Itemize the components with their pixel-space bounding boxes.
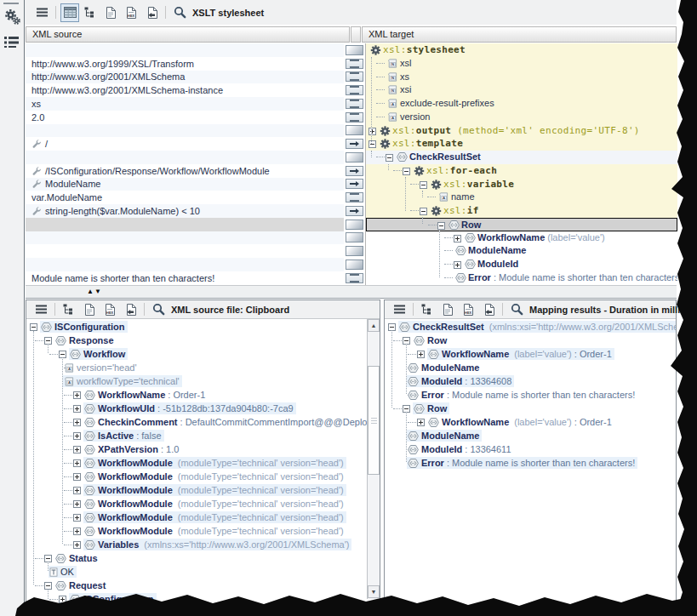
tree-node[interactable]: Aversion='head' [63,362,140,374]
grid-row[interactable]: ModuleName [26,178,344,191]
expand-toggle[interactable] [73,540,81,548]
expand-toggle[interactable] [73,404,81,412]
tree-node-row[interactable]: XPathVersion : 1.0 [26,442,367,456]
search-icon[interactable] [507,300,526,319]
tree-view-icon[interactable] [418,300,437,319]
tree-node-row[interactable]: ModuleName [385,429,676,442]
tree-node-row[interactable]: ModuleName [385,361,676,374]
connector-blocked[interactable] [346,152,363,163]
tree-node-row[interactable]: WorkflowModule(moduleType='technical' ve… [26,470,367,483]
connector-arrow[interactable] [346,179,363,189]
connector-arrow[interactable] [346,139,363,149]
expand-toggle[interactable] [73,431,81,439]
expand-toggle[interactable] [454,234,461,242]
tree-node[interactable]: WorkflowName(label='value') : Order-1 [427,416,614,428]
tree-node[interactable]: IsActive : false [83,430,164,442]
tree-node-row[interactable]: WorkflowName : Order-1 [26,388,367,402]
expand-toggle[interactable] [73,527,81,534]
tree-node[interactable]: Workflow [69,348,128,360]
tree-node-row[interactable]: WorkflowModule(moduleType='technical' ve… [26,497,367,510]
tree-node[interactable]: Response [54,334,117,346]
tree-node[interactable]: OK [49,566,77,578]
tree-node[interactable]: Error : Module name is shorter than ten … [407,389,637,401]
collapse-toggle[interactable] [420,207,427,214]
grid-row[interactable]: http://www.w3.org/2001/XMLSchema [26,71,344,84]
xml-target-header[interactable]: XML target [362,26,677,43]
collapse-toggle[interactable] [44,581,52,589]
tree-node[interactable]: Error : Module name is shorter than ten … [407,457,637,469]
horizontal-splitter[interactable]: ▲▼ [26,285,677,299]
expand-toggle[interactable] [417,350,425,357]
tree-node[interactable]: ModuleName [407,430,482,442]
hex-view-icon[interactable]: HEX [122,3,140,22]
grid-row[interactable] [26,218,344,231]
expand-toggle[interactable] [73,418,81,425]
tree-node[interactable]: Row [413,334,449,346]
hex-view-icon[interactable]: HEX [459,300,477,319]
splitter-collapse-buttons[interactable]: ▲▼ [87,288,102,295]
menu-icon[interactable] [31,300,50,319]
expand-toggle[interactable] [73,391,81,398]
import-document-icon[interactable] [121,300,140,319]
tree-node[interactable]: WorkflowUId : -51b128db:137da904b80:-7ca… [83,402,296,414]
tree-node-row[interactable]: ISConfiguration [26,320,367,334]
tree-node-row[interactable]: Aversion='head' [26,361,367,374]
collapse-toggle[interactable] [59,350,66,357]
target-tree-row[interactable]: xsl:for-each [366,164,677,178]
grid-view-icon[interactable] [60,3,79,22]
target-tree-row[interactable]: ModuleName [366,244,677,258]
target-tree-row[interactable]: xsl:variable [366,178,677,191]
grid-row[interactable]: Module name is shorter than ten characte… [26,271,344,285]
grid-row[interactable]: var.ModuleName [26,191,344,204]
tree-node-row[interactable]: AworkflowType='technical' [26,374,367,388]
tree-node[interactable]: Row [413,402,449,414]
connector-blocked[interactable] [346,232,363,242]
source-tree-scrollbar[interactable]: ▲ ▼ [367,319,380,599]
scrollbar-thumb[interactable] [368,366,380,475]
tree-node[interactable]: XPathVersion : 1.0 [83,443,181,455]
connector-equals[interactable] [346,59,363,69]
target-tree-row[interactable]: ModuleId [366,258,677,271]
tree-node-row[interactable]: WorkflowModule(moduleType='technical' ve… [26,524,367,538]
collapse-toggle[interactable] [44,336,52,344]
connector-blocked[interactable] [346,125,363,135]
tree-node[interactable]: CheckinComment : DefaultCommitCommentImp… [83,416,367,428]
settings-gears-icon[interactable] [3,8,21,26]
tree-node-row[interactable]: WorkflowName(label='value') : Order-1 [385,415,676,429]
connector-equals[interactable] [346,273,363,283]
new-document-icon[interactable] [101,3,120,22]
grid-row[interactable] [26,258,344,271]
expand-toggle[interactable] [454,260,461,268]
tree-view-icon[interactable] [60,300,78,319]
tree-node[interactable]: Variables(xmlns:xs='http://www.w3.org/20… [83,539,351,550]
grid-row[interactable]: / [26,137,344,151]
grid-row[interactable]: 2.0 [26,111,344,124]
collapse-toggle[interactable] [403,336,410,344]
connector-arrow[interactable] [346,206,363,216]
tree-node[interactable]: WorkflowName(label='value') : Order-1 [427,348,614,360]
connector-equals[interactable] [346,99,363,109]
collapse-toggle[interactable] [30,322,37,330]
tree-node-row[interactable]: Workflow [26,347,367,361]
menu-icon[interactable] [390,300,408,319]
tree-node[interactable]: WorkflowModule(moduleType='technical' ve… [83,525,346,537]
scroll-up-button[interactable]: ▲ [368,319,380,332]
connector-equals[interactable] [346,71,363,82]
grid-row[interactable] [26,231,344,245]
grid-row[interactable]: /ISConfiguration/Response/Workflow/Workf… [26,164,344,178]
search-icon[interactable] [170,3,189,22]
tree-node[interactable]: ISConfiguration [69,593,157,605]
tree-node[interactable]: WorkflowModule(moduleType='technical' ve… [83,471,346,482]
import-document-icon[interactable] [142,3,161,22]
tree-node-row[interactable]: Error : Module name is shorter than ten … [385,388,676,402]
tree-node-row[interactable]: WorkflowModule(moduleType='technical' ve… [26,510,367,524]
menu-icon[interactable] [32,3,51,22]
new-document-icon[interactable] [80,300,99,319]
grid-row[interactable] [26,244,344,258]
grid-row[interactable] [26,124,344,138]
tree-node[interactable]: WorkflowModule(moduleType='technical' ve… [83,457,346,469]
expand-toggle[interactable] [73,499,81,507]
tree-node[interactable]: AworkflowType='technical' [63,375,182,387]
target-tree-row[interactable]: Error : Module name is shorter than ten … [366,271,677,285]
collapse-toggle[interactable] [386,153,393,161]
